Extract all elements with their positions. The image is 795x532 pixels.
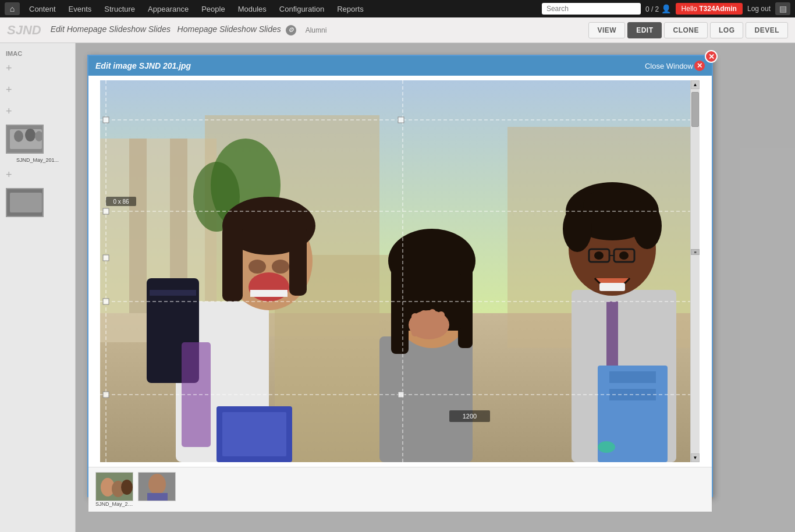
svg-point-36 [272,260,289,274]
svg-rect-50 [429,309,436,336]
svg-point-62 [594,251,604,260]
alumni-label: Alumni [306,26,327,34]
sidebar-add-btn-2[interactable]: + [0,79,75,101]
scroll-up-arrow[interactable]: ▲ [691,80,700,89]
nav-content[interactable]: Content [23,2,62,16]
thumbnail-label-1: SJND_May_201... [95,501,133,507]
svg-rect-82 [103,117,109,123]
home-button[interactable]: ⌂ [5,2,20,15]
svg-rect-49 [420,310,427,336]
svg-rect-65 [606,302,618,371]
svg-rect-48 [411,313,418,336]
modal-title: Edit image SJND 201.jpg [95,61,191,70]
svg-rect-92 [103,255,109,261]
action-buttons: VIEW EDIT CLONE LOG DEVEL [588,22,788,38]
breadcrumb-edit-link[interactable]: Edit Homepage Slideshow Slides [51,24,171,34]
svg-point-35 [249,260,266,274]
nav-reports[interactable]: Reports [331,2,370,16]
top-navigation: ⌂ Content Events Structure Appearance Pe… [0,0,795,17]
nav-appearance[interactable]: Appearance [142,2,194,16]
modal-body: 1200 0 x 86 [88,76,712,512]
nav-structure[interactable]: Structure [98,2,141,16]
clone-button[interactable]: CLONE [664,22,708,38]
image-editor: 1200 0 x 86 [88,76,712,467]
scroll-down-arrow[interactable]: ▼ [691,453,700,462]
thumbnail-image-2 [138,472,176,501]
modal-window: ✕ Edit image SJND 201.jpg Close Window ✕… [87,55,713,497]
logout-button[interactable]: Log out [747,5,771,13]
content-area: ✕ Edit image SJND 201.jpg Close Window ✕… [76,43,795,532]
nav-modules[interactable]: Modules [232,2,272,16]
action-bar: SJND Edit Homepage Slideshow Slides Home… [0,17,795,43]
page-count: 0 / 2 👤 [645,4,671,13]
thumbnail-item-2[interactable] [138,472,176,507]
svg-rect-64 [599,283,625,291]
svg-rect-91 [398,392,404,398]
modal-close-button[interactable]: Close Window ✕ [645,61,705,71]
breadcrumb-page-link[interactable]: Homepage Slideshow Slides [178,24,281,34]
sidebar-thumbnail-2[interactable] [6,188,44,217]
view-button[interactable]: VIEW [588,22,625,38]
thumbnail-image-1 [95,472,133,501]
svg-rect-67 [609,371,656,383]
sidebar-thumbnail-1[interactable] [6,125,44,154]
svg-text:1200: 1200 [463,413,477,420]
nav-people[interactable]: People [196,2,230,16]
svg-rect-34 [289,226,307,296]
svg-point-3 [25,129,36,141]
svg-rect-100 [147,493,168,501]
photo-svg: 1200 0 x 86 [100,80,700,462]
svg-point-99 [148,474,166,495]
user-badge[interactable]: Hello T324Admin [676,3,743,15]
svg-rect-40 [222,412,286,456]
breadcrumb-settings-icon[interactable]: ⚙ [286,25,296,36]
search-input[interactable] [542,3,641,15]
svg-point-97 [121,480,133,495]
svg-rect-6 [10,193,42,212]
svg-rect-88 [103,392,109,398]
svg-point-2 [14,130,23,142]
log-button[interactable]: LOG [710,22,744,38]
edit-button[interactable]: EDIT [627,22,662,38]
svg-rect-38 [250,290,288,297]
nav-settings-button[interactable]: ▤ [775,2,790,15]
scroll-mid-marker: ≡ [691,249,700,255]
scroll-thumb[interactable] [691,92,699,127]
nav-events[interactable]: Events [63,2,98,16]
modal-outer-close-button[interactable]: ✕ [705,50,718,63]
svg-point-58 [606,191,641,220]
sidebar-add-btn-4[interactable]: + [0,164,75,186]
svg-rect-86 [103,299,109,304]
devel-button[interactable]: DEVEL [746,22,788,38]
thumbnails-row: SJND_May_201... [88,467,712,512]
sidebar-add-btn-3[interactable]: + [0,101,75,122]
breadcrumb: Edit Homepage Slideshow Slides Homepage … [51,24,296,36]
left-sidebar: IMAC + + + SJND_May_201... + [0,43,76,532]
svg-rect-51 [438,311,445,336]
sidebar-section-label: IMAC [0,48,28,59]
close-window-label: Close Window [645,62,693,70]
svg-rect-30 [150,290,196,296]
modal-scrollbar[interactable]: ▲ ≡ ▼ [690,80,700,462]
modal-header: Edit image SJND 201.jpg Close Window ✕ [88,56,712,76]
nav-configuration[interactable]: Configuration [274,2,330,16]
svg-text:0 x 86: 0 x 86 [113,198,129,205]
image-container: 1200 0 x 86 [100,80,700,462]
svg-point-69 [598,441,615,453]
svg-rect-90 [398,117,404,123]
svg-rect-41 [379,336,473,462]
thumbnail-item-1[interactable]: SJND_May_201... [95,472,133,507]
svg-rect-12 [129,139,147,313]
close-x-icon: ✕ [694,61,705,71]
modal-overlay: ✕ Edit image SJND 201.jpg Close Window ✕… [76,43,795,532]
sidebar-thumb-label-1: SJND_May_201... [0,156,75,164]
site-logo: SJND [7,23,41,38]
svg-point-37 [249,272,289,302]
svg-rect-33 [222,226,243,302]
sidebar-add-btn-1[interactable]: + [0,58,75,79]
svg-point-63 [619,251,629,260]
main-area: IMAC + + + SJND_May_201... + [0,43,795,532]
svg-rect-84 [103,208,109,214]
